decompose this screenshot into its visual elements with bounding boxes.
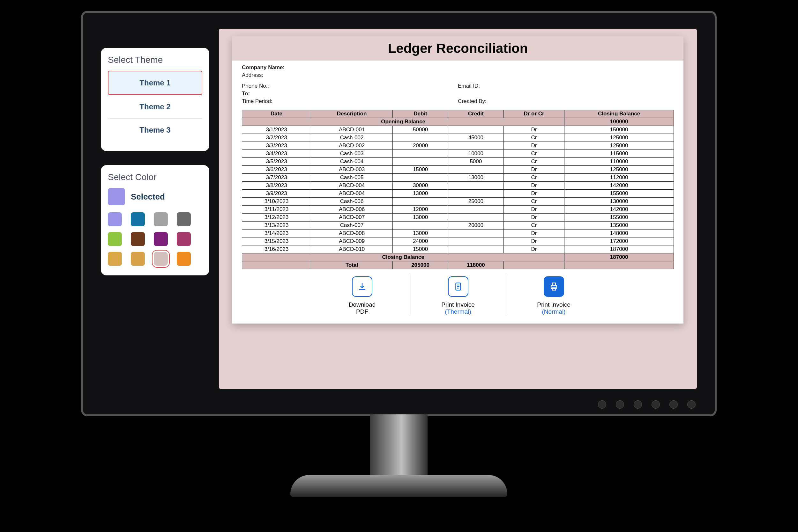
table-cell bbox=[448, 245, 504, 253]
theme-option-3[interactable]: Theme 3 bbox=[108, 118, 202, 141]
table-header-cell: Date bbox=[242, 110, 311, 118]
table-cell: 172000 bbox=[564, 238, 674, 245]
table-cell: 135000 bbox=[564, 222, 674, 229]
color-swatch[interactable] bbox=[108, 212, 122, 226]
monitor-base bbox=[290, 475, 507, 497]
table-cell: 110000 bbox=[564, 158, 674, 166]
table-cell: Cr bbox=[504, 197, 564, 206]
table-cell: ABCD-002 bbox=[311, 142, 393, 150]
table-cell: Dr bbox=[504, 245, 564, 253]
table-band-row: Opening Balance100000 bbox=[242, 118, 674, 126]
receipt-icon bbox=[448, 277, 468, 297]
table-row: 3/16/2023ABCD-01015000Dr187000 bbox=[242, 245, 674, 253]
table-cell: ABCD-004 bbox=[311, 182, 393, 190]
color-swatch[interactable] bbox=[177, 232, 191, 246]
table-cell bbox=[448, 229, 504, 238]
color-swatch[interactable] bbox=[177, 212, 191, 226]
table-cell: 3/7/2023 bbox=[242, 174, 311, 182]
table-cell bbox=[448, 213, 504, 222]
table-header-cell: Closing Balance bbox=[564, 110, 674, 118]
table-row: 3/15/2023ABCD-00924000Dr172000 bbox=[242, 238, 674, 245]
company-label: Company Name: bbox=[232, 64, 684, 71]
table-cell: 45000 bbox=[448, 134, 504, 142]
table-cell: Dr bbox=[504, 182, 564, 190]
color-swatch[interactable] bbox=[154, 232, 168, 246]
theme-option-1[interactable]: Theme 1 bbox=[108, 71, 202, 95]
table-row: 3/9/2023ABCD-00413000Dr155000 bbox=[242, 190, 674, 197]
table-row: 3/8/2023ABCD-00430000Dr142000 bbox=[242, 182, 674, 190]
table-cell: 125000 bbox=[564, 134, 674, 142]
createdby-label: Created By: bbox=[458, 98, 674, 104]
monitor-button bbox=[598, 400, 606, 408]
table-cell: Cash-002 bbox=[311, 134, 393, 142]
download-pdf-button[interactable]: Download PDF bbox=[314, 274, 410, 315]
color-swatch[interactable] bbox=[131, 252, 145, 266]
table-cell: ABCD-008 bbox=[311, 229, 393, 238]
table-cell: 130000 bbox=[564, 197, 674, 206]
color-swatch[interactable] bbox=[131, 212, 145, 226]
band-value: 100000 bbox=[564, 118, 674, 126]
table-cell: 12000 bbox=[393, 206, 448, 213]
band-label: Closing Balance bbox=[242, 253, 564, 261]
table-total-row: Total205000118000 bbox=[242, 261, 674, 269]
table-cell: 50000 bbox=[393, 126, 448, 134]
table-cell: ABCD-006 bbox=[311, 206, 393, 213]
table-row: 3/1/2023ABCD-00150000Dr150000 bbox=[242, 126, 674, 134]
table-cell: 155000 bbox=[564, 213, 674, 222]
table-cell: 142000 bbox=[564, 182, 674, 190]
theme-option-2[interactable]: Theme 2 bbox=[108, 95, 202, 118]
svg-rect-2 bbox=[552, 283, 556, 286]
print-thermal-button[interactable]: Print Invoice (Thermal) bbox=[410, 274, 506, 315]
table-cell: Dr bbox=[504, 229, 564, 238]
table-header-cell: Debit bbox=[393, 110, 448, 118]
actions-bar: Download PDF Print Invoice (Thermal) bbox=[232, 274, 684, 315]
email-label: Email ID: bbox=[458, 83, 674, 89]
table-cell: 112000 bbox=[564, 174, 674, 182]
table-cell: ABCD-004 bbox=[311, 190, 393, 197]
table-cell: ABCD-001 bbox=[311, 126, 393, 134]
table-cell: 5000 bbox=[448, 158, 504, 166]
color-swatch[interactable] bbox=[154, 252, 168, 266]
table-row: 3/12/2023ABCD-00713000Dr155000 bbox=[242, 213, 674, 222]
table-cell: Cr bbox=[504, 158, 564, 166]
table-row: 3/13/2023Cash-00720000Cr135000 bbox=[242, 222, 674, 229]
table-row: 3/14/2023ABCD-00813000Dr148000 bbox=[242, 229, 674, 238]
table-cell bbox=[393, 158, 448, 166]
table-cell: 148000 bbox=[564, 229, 674, 238]
monitor-buttons bbox=[598, 400, 695, 408]
table-cell bbox=[393, 197, 448, 206]
table-cell: 13000 bbox=[448, 174, 504, 182]
color-swatch[interactable] bbox=[131, 232, 145, 246]
table-cell: 3/14/2023 bbox=[242, 229, 311, 238]
table-cell: Dr bbox=[504, 190, 564, 197]
table-cell: 142000 bbox=[564, 206, 674, 213]
table-row: 3/3/2023ABCD-00220000Dr125000 bbox=[242, 142, 674, 150]
color-swatch[interactable] bbox=[108, 252, 122, 266]
print-normal-button[interactable]: Print Invoice (Normal) bbox=[506, 274, 601, 315]
table-row: 3/4/2023Cash-00310000Cr115000 bbox=[242, 150, 674, 158]
table-header-cell: Description bbox=[311, 110, 393, 118]
table-cell: 3/5/2023 bbox=[242, 158, 311, 166]
table-cell bbox=[504, 261, 564, 269]
table-cell: ABCD-010 bbox=[311, 245, 393, 253]
table-cell: 20000 bbox=[448, 222, 504, 229]
theme-heading: Select Theme bbox=[108, 55, 202, 65]
phone-email-row: Phone No.: Email ID: bbox=[232, 82, 684, 90]
color-swatch[interactable] bbox=[177, 252, 191, 266]
table-cell bbox=[393, 174, 448, 182]
address-label: Address: bbox=[232, 71, 684, 79]
document: Ledger Reconciliation Company Name: Addr… bbox=[232, 36, 684, 324]
table-cell: 3/9/2023 bbox=[242, 190, 311, 197]
download-label-1: Download bbox=[349, 301, 376, 308]
color-swatch[interactable] bbox=[154, 212, 168, 226]
table-cell: Dr bbox=[504, 142, 564, 150]
table-cell bbox=[448, 238, 504, 245]
table-cell bbox=[564, 261, 674, 269]
table-cell: 187000 bbox=[564, 245, 674, 253]
table-cell: Cash-007 bbox=[311, 222, 393, 229]
table-cell bbox=[448, 206, 504, 213]
table-cell: 125000 bbox=[564, 142, 674, 150]
table-cell: 10000 bbox=[448, 150, 504, 158]
color-swatch[interactable] bbox=[108, 232, 122, 246]
table-cell: Cash-006 bbox=[311, 197, 393, 206]
